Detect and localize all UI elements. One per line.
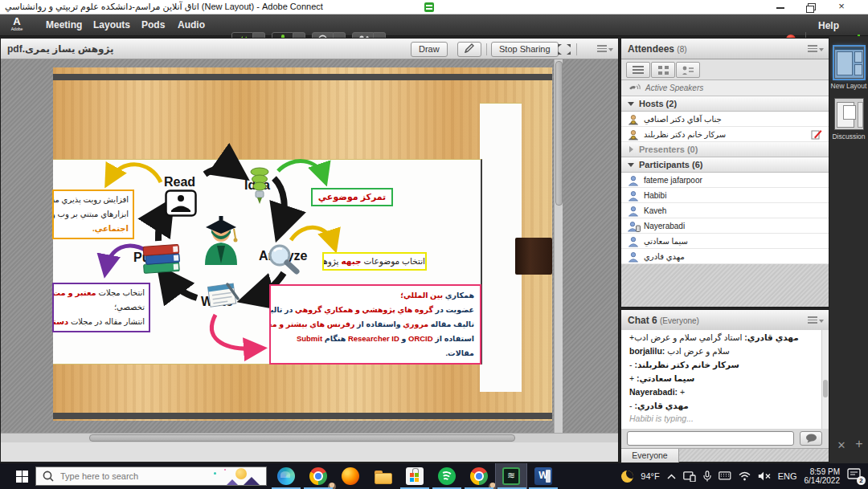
tray-microphone-icon[interactable] [703,471,711,482]
volume-muted-icon[interactable] [758,471,771,481]
taskbar-app-spotify[interactable] [431,463,463,489]
lightbulb-icon [249,167,270,210]
close-button[interactable]: × [831,0,852,14]
tray-chevron-icon[interactable] [667,474,676,479]
notification-badge: 2 [857,476,866,485]
h-scroll-thumb[interactable] [89,434,515,442]
menu-layouts[interactable]: Layouts [93,19,130,31]
taskbar-search[interactable] [35,467,267,486]
help-menu[interactable]: Help [818,20,839,31]
attendees-pod-header: Attendees (8) [621,39,829,59]
layout-thumb-new-layout[interactable] [834,47,864,79]
restore-button[interactable] [800,0,821,14]
attendee-group-header[interactable]: Participants (6) [621,157,829,173]
chat-input[interactable] [627,431,794,446]
taskbar-app-edge[interactable] [270,463,302,489]
chat-scope: (Everyone) [660,316,699,325]
share-pod-header: پژوهش يساز يمرى.pdf Draw Stop Sharing [1,39,618,59]
document-horizontal-scrollbar[interactable] [1,433,618,442]
taskbar-app-connect[interactable]: ≋ [495,463,527,489]
books-stack-icon [141,239,181,278]
fullscreen-icon[interactable] [557,43,571,55]
taskbar-app-store[interactable] [399,463,431,489]
v-scroll-thumb[interactable] [555,61,563,206]
taskbar-app-explorer[interactable] [366,463,399,489]
attendees-pod-menu-icon[interactable] [808,45,824,55]
search-input[interactable] [60,468,197,484]
cast-device-icon[interactable] [683,471,696,482]
chat-title: Chat 6 [628,315,657,326]
add-layout-icon[interactable]: + [854,438,865,450]
participant-phone-icon [628,221,641,232]
attendee-row[interactable]: سيما سعادتي [621,234,829,249]
tab-everyone[interactable]: Everyone [621,449,679,463]
menu-bar: AAdobe Meeting Layouts Pods Audio [0,14,868,36]
adobe-connect-taskbar-icon: ≋ [502,467,520,485]
chat-scrollbar[interactable] [821,330,829,429]
taskbar-app-chrome[interactable] [302,463,334,489]
shared-document-viewport[interactable]: Read Idea Analyze Write Publish [1,59,618,442]
menu-pods[interactable]: Pods [141,19,165,31]
taskbar-app-chrome2[interactable] [463,463,495,489]
document-vertical-scrollbar[interactable] [554,59,563,433]
touch-keyboard-icon[interactable] [719,471,731,481]
delete-layout-icon[interactable]: ✕ [836,440,847,451]
attendee-row[interactable]: Kaveh [621,203,829,218]
send-message-button[interactable] [800,431,822,446]
attendee-row[interactable]: مهدي قادري [621,249,829,264]
attendee-grid-view-button[interactable] [651,62,675,78]
chat-message: borjalilu: سلام و عرض ادب [621,344,829,357]
attendee-group-header[interactable]: Hosts (2) [621,96,829,112]
share-pod-menu-icon[interactable] [597,45,613,55]
attendee-row[interactable]: سركار خانم دكتر نظربلند [621,127,829,142]
collapse-icon [628,102,634,109]
shared-document-title: پژوهش يساز يمرى.pdf [7,43,114,55]
weather-temp[interactable]: 94°F [641,471,659,481]
participant-icon [628,175,639,186]
start-button[interactable] [8,463,35,489]
attendee-groups: Hosts (2)جناب آقاي دكتر اصنافيسركار خانم… [621,96,829,264]
chrome-icon [309,467,327,485]
attendee-row[interactable]: جناب آقاي دكتر اصنافي [621,112,829,127]
action-center-button[interactable]: 2 [847,468,863,484]
notepad-pen-icon [205,279,240,313]
chat-message-list: مهدي قادري: استاد گرامي سلام و عرض ادب+b… [621,330,829,429]
layouts-sidebar: New Layout Discussion ✕ + [829,36,868,463]
note-box-collaboration: همكاري بين المللي؛عضويت در گروه هاي پژوه… [269,284,481,365]
word-icon: W [534,467,552,485]
taskbar-app-firefox[interactable] [334,463,366,489]
minimize-button[interactable] [770,0,791,14]
layout-label-discussion: Discussion [829,132,868,141]
layout-thumb-discussion[interactable] [834,98,864,130]
attendee-list-view-button[interactable] [626,62,650,78]
draw-button[interactable]: Draw [411,42,448,57]
taskbar-app-word[interactable]: W [527,463,559,489]
expand-icon [629,146,637,153]
window-title: اتاق آنلاين مراسم-دانشكده علوم تربيتي و … [5,2,323,12]
chat-pod-menu-icon[interactable] [808,316,824,326]
attendee-row[interactable]: Nayerabadi [621,218,829,234]
note-box-visibility: افزايش رويت پذيري مقالاتابزارهاي مبتني ب… [52,189,134,239]
weather-moon-icon[interactable] [621,471,633,483]
tray-clock[interactable]: 8:59 PM 6/14/2022 [805,467,841,486]
chat-scroll-thumb[interactable] [823,380,828,397]
chat-tabs-row: Everyone [621,448,829,462]
chat-message: سركار خانم دكتر نظربلند: - [621,357,829,371]
attendee-group-header[interactable]: Presenters (0) [621,142,829,157]
stop-sharing-button[interactable]: Stop Sharing [491,42,559,57]
title-bar: اتاق آنلاين مراسم-دانشكده علوم تربيتي و … [0,0,868,14]
language-indicator[interactable]: ENG [778,471,797,481]
chat-message: سيما سعادتي: + [621,371,829,385]
collapse-icon [628,163,634,170]
wifi-icon[interactable] [739,471,751,481]
attendee-status-view-button[interactable] [676,62,700,78]
attendee-row[interactable]: fateme jafarpoor [621,173,829,188]
chat-bubble-icon [805,434,817,443]
menu-meeting[interactable]: Meeting [46,19,82,31]
menu-audio[interactable]: Audio [178,19,205,31]
attendee-row[interactable]: Habibi [621,188,829,203]
chat-pod: Chat 6 (Everyone) مهدي قادري: استاد گرام… [620,309,829,462]
magnifier-icon [266,242,300,278]
pencil-tool-button[interactable] [457,42,481,57]
active-speakers-row: Active Speakers [621,80,829,96]
